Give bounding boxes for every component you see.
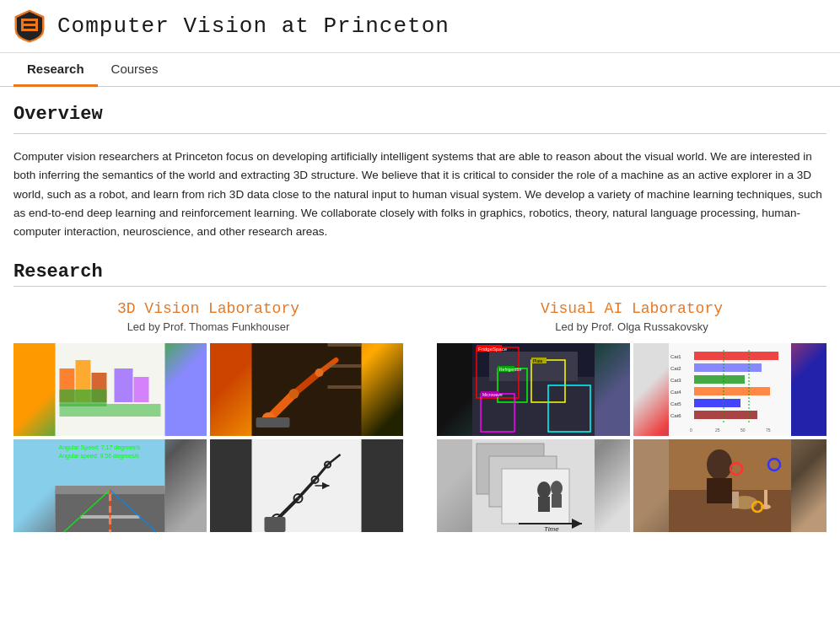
lab-3d-subtitle: Led by Prof. Thomas Funkhouser — [127, 320, 290, 333]
svg-rect-10 — [115, 368, 133, 402]
svg-text:Angular Speed: 7.17 degrees/s: Angular Speed: 7.17 degrees/s — [59, 444, 141, 451]
svg-rect-67 — [694, 411, 757, 419]
svg-text:Angular speed: 9.56 degrees/s: Angular speed: 9.56 degrees/s — [59, 453, 140, 460]
lab-ai-image-2: Cat1 Cat2 Cat3 Cat4 Cat5 Cat6 0 25 50 75 — [633, 343, 827, 436]
lab-3d-title: 3D Vision Laboratory — [117, 300, 299, 317]
tab-research[interactable]: Research — [13, 53, 98, 87]
lab-3d-image-1 — [13, 343, 207, 436]
svg-text:75: 75 — [766, 428, 771, 433]
svg-rect-62 — [694, 352, 778, 360]
overview-heading: Overview — [13, 104, 827, 125]
svg-rect-20 — [256, 417, 290, 428]
svg-rect-63 — [694, 363, 762, 372]
svg-text:Time: Time — [544, 525, 559, 532]
svg-point-84 — [537, 481, 551, 498]
labs-container: 3D Vision Laboratory Led by Prof. Thomas… — [13, 300, 827, 532]
svg-rect-64 — [694, 375, 745, 384]
svg-text:25: 25 — [715, 428, 720, 433]
svg-text:Cat5: Cat5 — [670, 401, 681, 406]
overview-text: Computer vision researchers at Princeton… — [13, 148, 827, 241]
main-content: Overview Computer vision researchers at … — [0, 87, 840, 549]
svg-point-18 — [289, 389, 299, 399]
research-heading: Research — [13, 261, 827, 282]
header: Computer Vision at Princeton — [0, 0, 840, 53]
lab-visual-ai: Visual AI Laboratory Led by Prof. Olga R… — [437, 300, 827, 532]
lab-3d-image-3: Angular Speed: 7.17 degrees/s Angular sp… — [13, 439, 207, 532]
svg-rect-22 — [328, 364, 362, 368]
svg-text:Cat2: Cat2 — [670, 366, 681, 371]
tab-courses[interactable]: Courses — [98, 53, 172, 87]
svg-rect-11 — [134, 377, 149, 402]
site-title: Computer Vision at Princeton — [57, 13, 450, 39]
svg-rect-87 — [552, 494, 562, 508]
svg-rect-85 — [538, 497, 550, 512]
svg-rect-4 — [35, 19, 38, 31]
svg-rect-23 — [328, 385, 362, 389]
lab-3d-image-4 — [210, 439, 403, 532]
svg-text:Plate: Plate — [533, 358, 543, 363]
svg-text:Cat6: Cat6 — [670, 413, 681, 418]
svg-rect-44 — [265, 517, 286, 532]
lab-ai-image-4 — [633, 439, 827, 532]
lab-ai-image-1: FridgeSpace Refrigerator Plate Microwave — [437, 343, 630, 436]
svg-text:Microwave: Microwave — [482, 392, 503, 397]
svg-rect-21 — [328, 343, 362, 347]
overview-divider — [13, 133, 827, 134]
lab-ai-title: Visual AI Laboratory — [541, 300, 723, 317]
svg-text:0: 0 — [690, 428, 692, 433]
svg-text:Cat3: Cat3 — [670, 378, 681, 383]
princeton-shield-logo — [13, 8, 46, 44]
research-divider — [13, 286, 827, 287]
svg-point-92 — [707, 449, 732, 480]
svg-text:FridgeSpace: FridgeSpace — [478, 347, 508, 352]
svg-text:Refrigerator: Refrigerator — [499, 367, 522, 372]
svg-rect-93 — [707, 478, 732, 503]
svg-text:50: 50 — [740, 428, 746, 433]
lab-ai-image-3: Time — [437, 439, 630, 532]
svg-point-19 — [315, 368, 324, 377]
svg-point-86 — [551, 481, 563, 496]
svg-rect-66 — [694, 399, 740, 407]
lab-ai-images: FridgeSpace Refrigerator Plate Microwave — [437, 343, 827, 532]
svg-text:Cat1: Cat1 — [670, 354, 681, 359]
lab-3d-images: Angular Speed: 7.17 degrees/s Angular sp… — [13, 343, 403, 532]
nav-tabs: Research Courses — [0, 53, 840, 87]
svg-rect-95 — [732, 492, 739, 508]
lab-ai-subtitle: Led by Prof. Olga Russakovsky — [555, 320, 708, 333]
svg-rect-65 — [694, 387, 770, 395]
svg-rect-12 — [60, 404, 161, 417]
svg-rect-3 — [21, 19, 24, 31]
lab-3d-image-2 — [210, 343, 403, 436]
svg-text:Cat4: Cat4 — [670, 390, 681, 395]
lab-3d-vision: 3D Vision Laboratory Led by Prof. Thomas… — [13, 300, 403, 532]
svg-rect-97 — [764, 490, 767, 508]
